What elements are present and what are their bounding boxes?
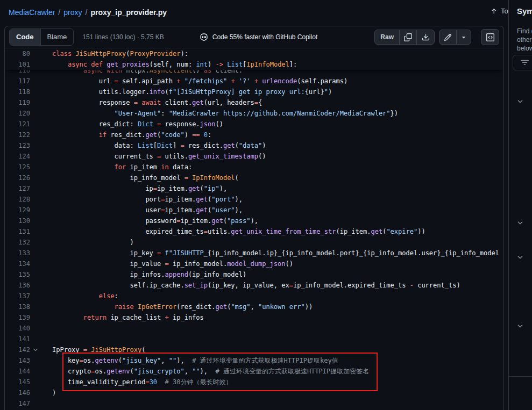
download-raw-button[interactable] (417, 30, 434, 44)
line-number[interactable]: 117 (5, 76, 30, 87)
code-lines: 116 async with httpx.AsyncClient() as cl… (5, 65, 503, 409)
line-number[interactable]: 121 (5, 119, 30, 130)
line-number[interactable]: 135 (5, 269, 30, 280)
line-number[interactable]: 141 (5, 334, 30, 344)
code-line: 121 res_dict: Dict = response.json() (5, 119, 503, 130)
code-text: user=ip_item.get("user"), (41, 205, 243, 215)
line-number[interactable]: 139 (5, 312, 30, 323)
line-number[interactable]: 136 (5, 280, 30, 291)
code-text: ip_key = f"JISUHTTP_{ip_info_model.ip}_{… (41, 248, 499, 258)
chevron-down-icon[interactable] (516, 322, 525, 331)
symbols-panel-toggle-button[interactable] (481, 29, 499, 45)
fold-gutter (30, 48, 41, 59)
breadcrumb-folder-link[interactable]: proxy (63, 8, 82, 17)
code-text: port=ip_item.get("port"), (41, 194, 243, 205)
breadcrumb: MediaCrawler / proxy / proxy_ip_provider… (0, 0, 508, 25)
line-number[interactable]: 101 (5, 59, 30, 70)
raw-button[interactable]: Raw (375, 30, 400, 44)
code-line: 136 self.ip_cache.set_ip(ip_key, ip_valu… (5, 280, 503, 291)
line-number[interactable]: 140 (5, 323, 30, 334)
code-text: data: List[Dict] = res_dict.get("data") (41, 140, 266, 151)
code-line: 131 expired_time_ts=utils.get_unix_time_… (5, 226, 503, 237)
copilot-banner-text: Code 55% faster with GitHub Copilot (212, 33, 317, 41)
toolbar-actions: Raw (374, 29, 499, 45)
code-line: 132 ) (5, 237, 503, 248)
code-line: 126 ip_info_model = IpInfoModel( (5, 172, 503, 183)
fold-gutter (30, 140, 41, 151)
code-line: 134 ip_value = ip_info_model.model_dump_… (5, 258, 503, 269)
line-number[interactable]: 80 (5, 48, 30, 59)
code-line: 125 for ip_item in data: (5, 162, 503, 172)
code-line: 128 port=ip_item.get("port"), (5, 194, 503, 205)
line-number[interactable]: 133 (5, 248, 30, 258)
code-line: 147 (5, 398, 503, 409)
line-number[interactable]: 125 (5, 162, 30, 172)
line-number[interactable]: 126 (5, 172, 30, 183)
code-line: 129 user=ip_item.get("user"), (5, 205, 503, 215)
sidebar-divider (509, 376, 532, 377)
line-number[interactable]: 134 (5, 258, 30, 269)
code-line: 143 key=os.getenv("jisu_key", ""), # 通过环… (5, 355, 503, 366)
breadcrumb-file-name: proxy_ip_provider.py (90, 8, 167, 17)
line-number[interactable]: 137 (5, 291, 30, 301)
line-number[interactable]: 124 (5, 151, 30, 162)
line-number[interactable]: 143 (5, 355, 30, 366)
fold-gutter (30, 312, 41, 323)
line-number[interactable]: 130 (5, 215, 30, 226)
line-number[interactable]: 119 (5, 97, 30, 108)
code-text: else: (41, 291, 118, 301)
file-toolbar: Code Blame 151 lines (130 loc) · 5.75 KB… (5, 26, 503, 48)
code-text: ) (41, 387, 56, 398)
breadcrumb-repo-link[interactable]: MediaCrawler (9, 8, 55, 17)
line-number[interactable]: 118 (5, 87, 30, 97)
fold-gutter (30, 119, 41, 130)
edit-file-button[interactable] (439, 30, 457, 44)
code-text (41, 334, 52, 344)
line-number[interactable]: 127 (5, 183, 30, 194)
copy-raw-button[interactable] (400, 30, 417, 44)
code-line: 141 (5, 334, 503, 344)
chevron-down-icon[interactable] (516, 98, 525, 106)
line-number[interactable]: 147 (5, 398, 30, 409)
tab-code[interactable]: Code (10, 29, 41, 45)
code-line: 124 current_ts = utils.get_unix_timestam… (5, 151, 503, 162)
chevron-down-icon[interactable] (516, 254, 525, 262)
code-text: "User-Agent": "MediaCrawler https://gith… (41, 108, 398, 119)
fold-gutter (30, 215, 41, 226)
line-number[interactable]: 138 (5, 301, 30, 312)
code-line: 118 utils.logger.info(f"[JiSuHttpProxy] … (5, 87, 503, 97)
fold-gutter (30, 108, 41, 119)
fold-gutter (30, 334, 41, 344)
fold-gutter (30, 398, 41, 409)
code-line: 117 url = self.api_path + "/fetchips" + … (5, 76, 503, 87)
code-text: ) (41, 237, 134, 248)
line-number[interactable]: 142 (5, 344, 30, 355)
chevron-down-icon[interactable] (516, 219, 525, 228)
line-number[interactable]: 120 (5, 108, 30, 119)
line-number[interactable]: 128 (5, 194, 30, 205)
line-number[interactable]: 144 (5, 366, 30, 377)
symbols-filter-input[interactable] (513, 55, 532, 70)
code-view: 116 async with httpx.AsyncClient() as cl… (5, 48, 503, 410)
line-number[interactable]: 122 (5, 130, 30, 140)
fold-collapse-icon[interactable] (30, 344, 41, 355)
tab-blame[interactable]: Blame (41, 29, 74, 45)
fold-gutter (30, 301, 41, 312)
fold-gutter (30, 237, 41, 248)
code-text: async def get_proxies(self, num: int) ->… (41, 59, 297, 70)
line-number[interactable]: 146 (5, 387, 30, 398)
line-number[interactable]: 123 (5, 140, 30, 151)
breadcrumb-separator: / (55, 8, 63, 17)
line-number[interactable]: 129 (5, 205, 30, 215)
line-number[interactable]: 145 (5, 377, 30, 387)
copilot-banner[interactable]: Code 55% faster with GitHub Copilot (200, 33, 317, 41)
code-line: 120 "User-Agent": "MediaCrawler https://… (5, 108, 503, 119)
edit-dropdown-button[interactable] (457, 30, 471, 44)
code-text: expired_time_ts=utils.get_unix_time_from… (41, 226, 425, 237)
fold-gutter (30, 130, 41, 140)
symbols-sidebar: Symbols Find definitions and references … (508, 0, 532, 410)
fold-gutter (30, 366, 41, 377)
line-number[interactable]: 131 (5, 226, 30, 237)
symbols-panel-description: Find definitions and references for func… (517, 27, 532, 53)
line-number[interactable]: 132 (5, 237, 30, 248)
